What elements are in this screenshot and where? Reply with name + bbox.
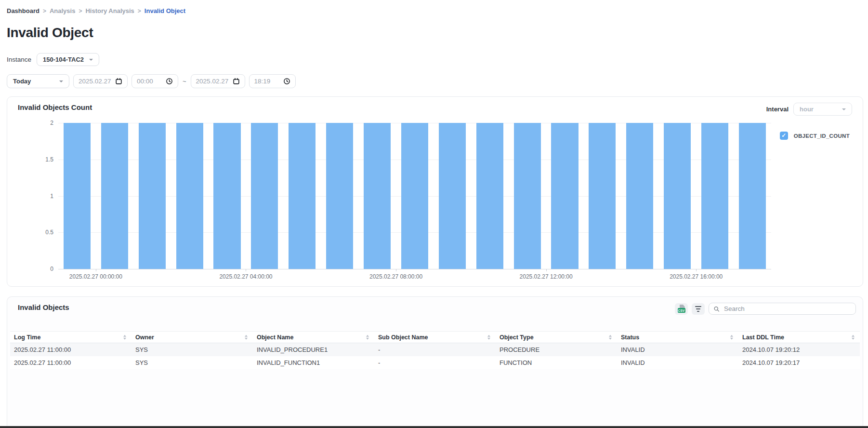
bar-slot: [471, 123, 509, 269]
end-time-value: 18:19: [254, 78, 271, 85]
start-time-field[interactable]: 00:00: [132, 74, 178, 88]
bar: [401, 123, 428, 269]
column-header-object-name[interactable]: Object Name: [253, 332, 374, 343]
interval-select[interactable]: hour: [793, 103, 852, 116]
legend-series-label: OBJECT_ID_COUNT: [794, 133, 850, 139]
sort-arrows-icon: [852, 334, 855, 340]
sort-arrows-icon: [366, 334, 369, 340]
calendar-icon[interactable]: [233, 78, 240, 85]
bar: [101, 123, 128, 269]
table-cell: -: [374, 343, 496, 356]
clock-icon[interactable]: [283, 78, 290, 85]
legend-checkbox[interactable]: ✓: [780, 132, 788, 140]
bar-slot: [509, 123, 546, 269]
x-axis-tick-label: 2025.02.27 12:00:00: [520, 273, 573, 280]
bar-slot: [321, 123, 358, 269]
bar-chart-plot: 00.511.522025.02.27 00:00:002025.02.27 0…: [58, 123, 771, 269]
breadcrumb-item-invalid-object[interactable]: Invalid Object: [145, 7, 185, 14]
bar-slot: [283, 123, 321, 269]
bar: [514, 123, 541, 269]
breadcrumb-separator: >: [43, 8, 46, 14]
interval-select-value: hour: [800, 106, 814, 113]
start-date-value: 2025.02.27: [79, 78, 111, 85]
search-input[interactable]: [723, 305, 851, 313]
search-icon: [713, 306, 720, 312]
calendar-icon[interactable]: [115, 78, 122, 85]
bar: [326, 123, 353, 269]
bar-slot: [546, 123, 584, 269]
breadcrumb-item-analysis[interactable]: Analysis: [50, 7, 75, 14]
bar-slot: [696, 123, 734, 269]
export-csv-button[interactable]: CSV: [675, 303, 688, 315]
table-search: [709, 303, 856, 315]
bar: [289, 123, 316, 269]
interval-label: Interval: [766, 106, 789, 113]
x-axis-tick: [546, 269, 547, 271]
x-axis-tick: [246, 269, 246, 271]
chart-legend: ✓ OBJECT_ID_COUNT: [780, 132, 850, 140]
invalid-objects-count-card: Invalid Objects Count Interval hour 00.5…: [7, 96, 863, 287]
bar: [364, 123, 391, 269]
end-date-field[interactable]: 2025.02.27: [191, 74, 245, 88]
bar-slot: [583, 123, 621, 269]
clock-icon[interactable]: [166, 78, 173, 85]
start-time-value: 00:00: [137, 78, 153, 85]
table-cell: 2024.10.07 19:20:17: [738, 356, 860, 369]
table-header: Log TimeOwnerObject NameSub Object NameO…: [10, 332, 860, 343]
column-header-label: Sub Object Name: [378, 334, 428, 341]
bar-slot: [434, 123, 471, 269]
table-cell: -: [374, 356, 496, 369]
breadcrumb-item-history-analysis[interactable]: History Analysis: [85, 7, 134, 14]
column-header-owner[interactable]: Owner: [132, 332, 253, 343]
sort-arrows-icon: [487, 334, 490, 340]
interval-control: Interval hour: [766, 103, 852, 116]
column-header-label: Object Type: [500, 334, 534, 341]
start-date-field[interactable]: 2025.02.27: [73, 74, 128, 88]
bar: [739, 123, 766, 269]
table-cell: INVALID_FUNCTION1: [253, 356, 374, 369]
column-header-object-type[interactable]: Object Type: [496, 332, 617, 343]
instance-select[interactable]: 150-104-TAC2: [37, 53, 99, 66]
column-header-log-time[interactable]: Log Time: [10, 332, 132, 343]
chart-card-title: Invalid Objects Count: [18, 103, 92, 111]
table-cell: 2024.10.07 19:20:12: [738, 343, 860, 356]
bar: [626, 123, 653, 269]
csv-file-icon: CSV: [678, 305, 685, 313]
x-axis-tick-label: 2025.02.27 04:00:00: [219, 273, 272, 280]
x-axis-tick: [396, 269, 396, 271]
viewport-bottom-edge: [0, 426, 868, 428]
chevron-down-icon: [89, 59, 93, 61]
bar-slot: [358, 123, 396, 269]
column-header-status[interactable]: Status: [617, 332, 738, 343]
chevron-down-icon: [842, 108, 846, 110]
end-date-value: 2025.02.27: [196, 78, 229, 85]
breadcrumb-separator: >: [79, 8, 82, 14]
bars-container: [58, 123, 771, 269]
bar: [701, 123, 728, 269]
table-cell: INVALID: [617, 343, 738, 356]
column-header-last-ddl-time[interactable]: Last DDL Time: [738, 332, 860, 343]
table-cell: SYS: [132, 356, 253, 369]
column-header-sub-object-name[interactable]: Sub Object Name: [374, 332, 496, 343]
x-axis-tick-label: 2025.02.27 00:00:00: [69, 273, 122, 280]
filter-button[interactable]: [692, 303, 705, 315]
range-preset-select[interactable]: Today: [7, 74, 69, 88]
end-time-field[interactable]: 18:19: [249, 74, 296, 88]
sort-arrows-icon: [245, 334, 248, 340]
page-title: Invalid Object: [7, 25, 868, 40]
bar-slot: [658, 123, 696, 269]
breadcrumb-item-dashboard[interactable]: Dashboard: [7, 7, 39, 14]
breadcrumb: Dashboard>Analysis>History Analysis>Inva…: [0, 0, 868, 14]
bar-slot: [209, 123, 246, 269]
table-cell: INVALID_PROCEDURE1: [253, 343, 374, 356]
range-separator: ~: [183, 78, 186, 85]
table-cell: 2025.02.27 11:00:00: [10, 343, 132, 356]
table-toolbar: CSV: [675, 303, 856, 315]
table-row: 2025.02.27 11:00:00SYSINVALID_FUNCTION1-…: [10, 356, 860, 369]
bar-slot: [58, 123, 96, 269]
x-axis-tick-label: 2025.02.27 08:00:00: [369, 273, 422, 280]
bar: [176, 123, 203, 269]
bar: [439, 123, 466, 269]
table-row: 2025.02.27 11:00:00SYSINVALID_PROCEDURE1…: [10, 343, 860, 356]
chevron-down-icon: [59, 80, 63, 82]
